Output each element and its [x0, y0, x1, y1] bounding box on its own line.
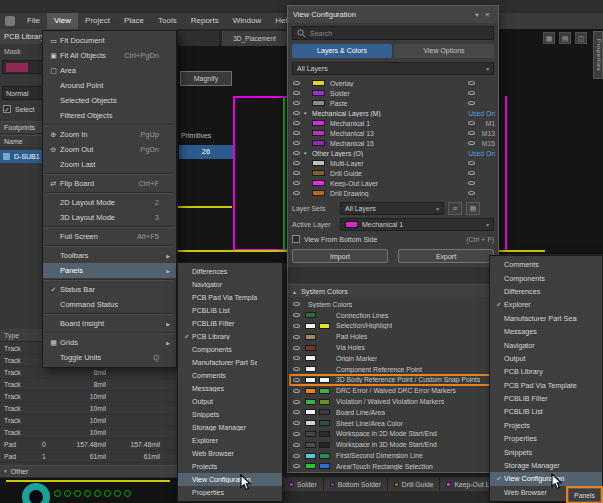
color-swatch-secondary[interactable]: [319, 431, 330, 437]
menu-item[interactable]: Differences: [490, 285, 602, 298]
document-tab-3d-placement[interactable]: 3D_Placement: [222, 31, 287, 46]
visibility-eye-icon[interactable]: [293, 443, 300, 447]
menu-item[interactable]: ⊕ Zoom In PgUp: [43, 127, 176, 142]
active-layer-dropdown[interactable]: Mechanical 1 ▾: [340, 218, 494, 231]
color-swatch-secondary[interactable]: [319, 377, 330, 383]
group-expand-icon[interactable]: ▾: [304, 150, 312, 156]
menu-item[interactable]: PCBLIB Filter: [178, 317, 282, 330]
menu-item[interactable]: Toggle Units Q: [43, 350, 176, 365]
menu-item[interactable]: ✓ Explorer: [490, 298, 602, 311]
menu-item[interactable]: Messages: [178, 382, 282, 395]
layer-color-swatch[interactable]: [312, 180, 325, 186]
layer-row[interactable]: Mechanical 15 M15: [290, 138, 498, 148]
primitive-row[interactable]: Track 10mil: [0, 403, 178, 415]
visibility-eye-icon[interactable]: [293, 81, 300, 85]
layer-row[interactable]: Drill Guide: [290, 168, 498, 178]
system-colors-section-header[interactable]: ▴ System Colors: [288, 284, 498, 297]
menu-item[interactable]: Zoom Last: [43, 157, 176, 172]
color-swatch-primary[interactable]: [305, 463, 316, 469]
menu-item[interactable]: Filtered Objects: [43, 108, 176, 123]
window-toolbar-icon[interactable]: ◫: [575, 32, 587, 44]
system-color-row[interactable]: Selection/Highlight: [290, 321, 498, 332]
menubar-item[interactable]: Tools: [151, 13, 184, 29]
color-swatch-secondary[interactable]: [319, 453, 330, 459]
color-swatch-primary[interactable]: [305, 334, 316, 340]
system-color-row[interactable]: Origin Marker: [290, 353, 498, 364]
search-input[interactable]: [306, 30, 489, 37]
menu-item[interactable]: ▢ Area: [43, 63, 176, 78]
color-swatch-secondary[interactable]: [319, 323, 330, 329]
menu-item[interactable]: Command Status: [43, 297, 176, 312]
menu-item[interactable]: Navigator: [490, 338, 602, 351]
layer-sets-dropdown[interactable]: All Layers ▾: [340, 202, 444, 215]
layer-color-swatch[interactable]: [312, 170, 325, 176]
visibility-eye-icon[interactable]: [293, 91, 300, 95]
app-icon[interactable]: [5, 16, 15, 26]
system-color-row[interactable]: Sheet Line/Area Color: [290, 418, 498, 429]
layer-color-swatch[interactable]: [312, 190, 325, 196]
layer-filter-dropdown[interactable]: All Layers ▾: [292, 62, 494, 75]
visibility-eye-icon[interactable]: [293, 161, 300, 165]
single-layer-eye-icon[interactable]: [468, 101, 475, 105]
menu-item[interactable]: Differences: [178, 265, 282, 278]
layer-color-swatch[interactable]: [312, 160, 325, 166]
menu-item[interactable]: 2D Layout Mode 2: [43, 195, 176, 210]
layer-sets-manage-icon[interactable]: ▤: [466, 202, 480, 215]
layer-color-swatch[interactable]: [312, 130, 325, 136]
grid-toolbar-icon[interactable]: ▦: [543, 32, 555, 44]
system-color-row[interactable]: Board Line/Area: [290, 407, 498, 418]
layer-row[interactable]: Paste: [290, 98, 498, 108]
menu-item[interactable]: ✓ Status Bar: [43, 282, 176, 297]
visibility-eye-icon[interactable]: [293, 432, 300, 436]
visibility-eye-icon[interactable]: [293, 171, 300, 175]
menu-item[interactable]: PCB Pad Via Templates: [490, 379, 602, 392]
search-box[interactable]: [292, 26, 494, 40]
single-layer-eye-icon[interactable]: [468, 191, 475, 195]
system-color-row[interactable]: Connection Lines: [290, 310, 498, 321]
panels-button[interactable]: Panels: [568, 488, 601, 502]
layer-row[interactable]: ▾ Other Layers (O) Used On: [290, 148, 498, 158]
layer-tab[interactable]: Solder: [283, 477, 324, 491]
layer-row[interactable]: Multi-Layer: [290, 158, 498, 168]
color-swatch-primary[interactable]: [305, 431, 316, 437]
single-layer-eye-icon[interactable]: [468, 91, 475, 95]
close-icon[interactable]: ✕: [482, 11, 493, 19]
rows-toolbar-icon[interactable]: ▤: [559, 32, 571, 44]
system-color-row[interactable]: First/Second Dimension Line: [290, 450, 498, 461]
color-swatch-primary[interactable]: [305, 399, 316, 405]
system-color-row[interactable]: System Colors: [290, 299, 498, 310]
export-button[interactable]: Export: [398, 249, 494, 263]
system-color-row[interactable]: Pad Holes: [290, 331, 498, 342]
primitive-row[interactable]: Track 10mil: [0, 391, 178, 403]
menu-item[interactable]: ⊖ Zoom Out PgDn: [43, 142, 176, 157]
visibility-eye-icon[interactable]: [293, 410, 300, 414]
layer-color-swatch[interactable]: [312, 120, 325, 126]
menu-item[interactable]: PCBLIB Filter: [490, 392, 602, 405]
visibility-eye-icon[interactable]: [293, 464, 300, 468]
color-swatch-secondary[interactable]: [319, 409, 330, 415]
layer-color-swatch[interactable]: [312, 90, 325, 96]
menu-item[interactable]: PCBLIB List: [178, 304, 282, 317]
layer-tab[interactable]: Bottom Solder: [324, 477, 388, 491]
system-color-row[interactable]: Area/Touch Rectangle Selection: [290, 461, 498, 472]
visibility-eye-icon[interactable]: [293, 141, 300, 145]
menu-item[interactable]: PCB Library: [490, 365, 602, 378]
system-color-row[interactable]: Workspace in 2D Mode Start/End: [290, 429, 498, 440]
primitive-row[interactable]: Track 8mil: [0, 379, 178, 391]
layer-color-swatch[interactable]: [312, 80, 325, 86]
single-layer-eye-icon[interactable]: [468, 171, 475, 175]
layer-row[interactable]: Drill Drawing: [290, 188, 498, 198]
menu-item[interactable]: PCBLIB List: [490, 405, 602, 418]
tab-layers-and-colors[interactable]: Layers & Colors: [292, 44, 392, 58]
menu-item[interactable]: Messages: [490, 325, 602, 338]
menu-item[interactable]: Components: [178, 343, 282, 356]
group-expand-icon[interactable]: ▾: [304, 110, 312, 116]
system-color-row[interactable]: Component Reference Point: [290, 364, 498, 375]
menu-item[interactable]: Properties: [178, 486, 282, 499]
color-swatch-primary[interactable]: [305, 345, 316, 351]
menu-item[interactable]: Projects: [178, 460, 282, 473]
menu-item[interactable]: Toolbars ▶: [43, 248, 176, 263]
layer-row[interactable]: Mechanical 13 M13: [290, 128, 498, 138]
primitive-row[interactable]: Track 8mil: [0, 367, 178, 379]
menu-item[interactable]: 3D Layout Mode 3: [43, 210, 176, 225]
